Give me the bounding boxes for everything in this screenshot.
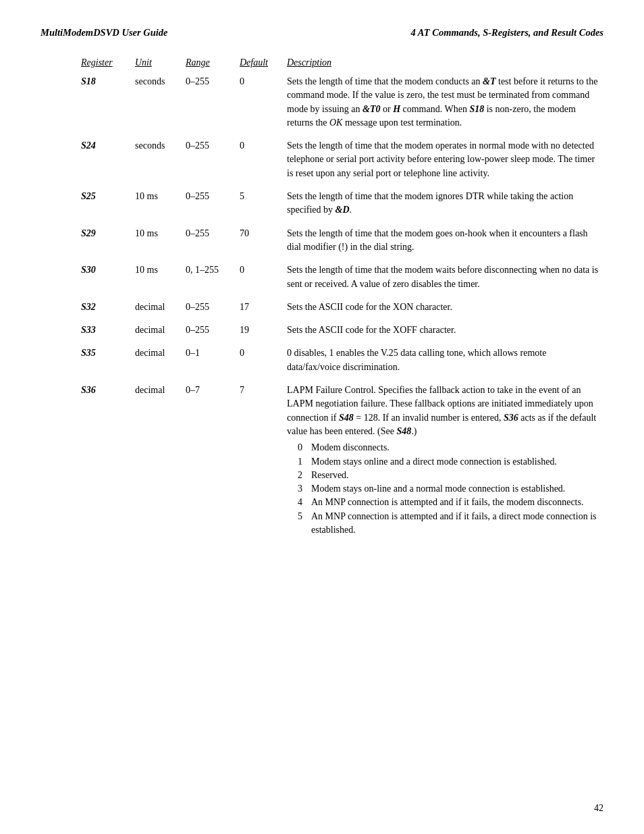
cell-register-s35: S35 [81,346,135,360]
cell-unit-s30: 10 ms [135,263,186,277]
cell-desc-s24: Sets the length of time that the modem o… [287,139,603,180]
col-range: Range [186,57,240,68]
cell-default-s18: 0 [240,75,287,88]
cell-unit-s35: decimal [135,346,186,360]
list-item: 3Modem stays on-line and a normal mode c… [298,482,599,496]
cell-range-s33: 0–255 [186,323,240,337]
table-row: S24 seconds 0–255 0 Sets the length of t… [81,139,603,180]
cell-default-s36: 7 [240,384,287,397]
cell-default-s30: 0 [240,263,287,277]
cell-default-s35: 0 [240,346,287,360]
table-row: S29 10 ms 0–255 70 Sets the length of ti… [81,227,603,255]
cell-desc-s30: Sets the length of time that the modem w… [287,263,603,291]
cell-desc-s32: Sets the ASCII code for the XON characte… [287,301,603,314]
cell-desc-s36: LAPM Failure Control. Specifies the fall… [287,384,603,537]
cell-unit-s18: seconds [135,75,186,88]
cell-range-s29: 0–255 [186,227,240,240]
cell-default-s33: 19 [240,323,287,337]
list-item: 2Reserved. [298,469,599,482]
cell-register-s25: S25 [81,190,135,203]
cell-desc-s18: Sets the length of time that the modem c… [287,75,603,130]
cell-unit-s33: decimal [135,323,186,337]
cell-register-s29: S29 [81,227,135,240]
page-number: 42 [594,803,603,814]
page-header: MultiModemDSVD User Guide 4 AT Commands,… [41,27,603,38]
col-description: Description [287,57,603,68]
table-row: S32 decimal 0–255 17 Sets the ASCII code… [81,301,603,314]
table-row: S30 10 ms 0, 1–255 0 Sets the length of … [81,263,603,291]
col-unit: Unit [135,57,186,68]
cell-desc-s29: Sets the length of time that the modem g… [287,227,603,255]
cell-register-s30: S30 [81,263,135,277]
table-container: Register Unit Range Default Description … [81,57,603,537]
table-row: S33 decimal 0–255 19 Sets the ASCII code… [81,323,603,337]
cell-range-s32: 0–255 [186,301,240,314]
col-default: Default [240,57,287,68]
cell-unit-s24: seconds [135,139,186,153]
list-item: 1Modem stays online and a direct mode co… [298,455,599,469]
cell-register-s36: S36 [81,384,135,397]
cell-range-s24: 0–255 [186,139,240,153]
table-header-row: Register Unit Range Default Description [81,57,603,70]
cell-desc-s35: 0 disables, 1 enables the V.25 data call… [287,346,603,374]
table-row: S25 10 ms 0–255 5 Sets the length of tim… [81,190,603,217]
cell-range-s35: 0–1 [186,346,240,360]
cell-unit-s25: 10 ms [135,190,186,203]
cell-register-s18: S18 [81,75,135,88]
table-row: S18 seconds 0–255 0 Sets the length of t… [81,75,603,130]
cell-register-s32: S32 [81,301,135,314]
cell-register-s24: S24 [81,139,135,153]
cell-unit-s32: decimal [135,301,186,314]
s36-list: 0Modem disconnects. 1Modem stays online … [298,441,599,537]
page: MultiModemDSVD User Guide 4 AT Commands,… [0,0,644,834]
table-row: S35 decimal 0–1 0 0 disables, 1 enables … [81,346,603,374]
cell-default-s29: 70 [240,227,287,240]
col-register: Register [81,57,135,68]
cell-register-s33: S33 [81,323,135,337]
header-title-right: 4 AT Commands, S-Registers, and Result C… [411,27,603,38]
cell-unit-s36: decimal [135,384,186,397]
cell-unit-s29: 10 ms [135,227,186,240]
cell-range-s36: 0–7 [186,384,240,397]
cell-range-s30: 0, 1–255 [186,263,240,277]
cell-default-s32: 17 [240,301,287,314]
header-title-left: MultiModemDSVD User Guide [41,27,168,38]
cell-desc-s25: Sets the length of time that the modem i… [287,190,603,217]
cell-range-s25: 0–255 [186,190,240,203]
cell-default-s25: 5 [240,190,287,203]
cell-desc-s33: Sets the ASCII code for the XOFF charact… [287,323,603,337]
list-item: 5An MNP connection is attempted and if i… [298,510,599,538]
table-row: S36 decimal 0–7 7 LAPM Failure Control. … [81,384,603,537]
list-item: 4An MNP connection is attempted and if i… [298,496,599,509]
cell-default-s24: 0 [240,139,287,153]
cell-range-s18: 0–255 [186,75,240,88]
list-item: 0Modem disconnects. [298,441,599,454]
